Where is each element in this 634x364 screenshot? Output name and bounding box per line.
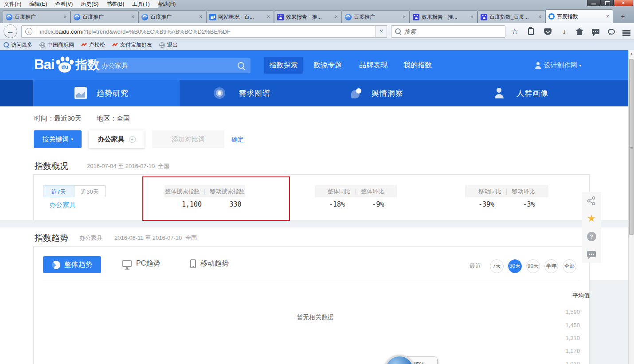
section-label: 需求图谱 — [239, 88, 270, 98]
feedback-button[interactable] — [582, 245, 601, 263]
url-clear-icon[interactable]: × — [376, 25, 387, 38]
tab-last-30-days[interactable]: 近30天 — [74, 185, 106, 197]
add-compare-word-box[interactable]: 添加对比词 — [152, 130, 224, 148]
section-demand-map[interactable]: 需求图谱 — [214, 80, 270, 106]
tab-baidu-index-search[interactable]: 百度指数_百度...× — [477, 10, 545, 23]
tab-close-icon[interactable]: × — [470, 14, 474, 20]
tab-close-icon[interactable]: × — [605, 13, 610, 20]
user-menu[interactable]: 设计制作网 ▾ — [535, 61, 581, 70]
tab-close-icon[interactable]: × — [334, 14, 339, 20]
tab-baidu-promo-2[interactable]: 百度推广× — [70, 10, 138, 23]
tab-baidu-index-active[interactable]: 百度指数× — [545, 9, 613, 23]
bookmark-trademark-site[interactable]: 中国商标网 — [39, 41, 74, 49]
nav-brand-performance[interactable]: 品牌表现 — [353, 57, 394, 74]
messenger-icon[interactable] — [606, 26, 617, 37]
tab-close-icon[interactable]: × — [198, 14, 203, 20]
index-search-box[interactable]: 办公家具 — [96, 58, 250, 73]
scroll-up-arrow[interactable]: ▲ — [629, 50, 634, 58]
bookmark-star-icon[interactable]: ☆ — [509, 26, 521, 37]
close-window-button[interactable]: × — [614, 0, 633, 6]
range-7d-button[interactable]: 7天 — [490, 259, 504, 273]
scrollbar-thumb[interactable] — [629, 59, 634, 235]
range-half-year-button[interactable]: 半年 — [544, 259, 558, 273]
paw-icon — [277, 14, 284, 20]
browser-search-input[interactable] — [404, 28, 501, 35]
baidu-index-icon — [548, 13, 555, 20]
keyword-chip[interactable]: 办公家具+ — [89, 130, 145, 148]
section-audience-profile[interactable]: 人群画像 — [493, 80, 548, 106]
menu-bookmarks[interactable]: 书签(B) — [102, 0, 128, 8]
tab-overall-trend[interactable]: 整体趋势 — [43, 256, 101, 273]
nav-data-topics[interactable]: 数说专题 — [307, 57, 348, 74]
tab-last-7-days[interactable]: 近7天 — [43, 185, 74, 197]
menu-help[interactable]: 帮助(H) — [154, 0, 180, 8]
bookmark-label: 中国商标网 — [47, 41, 74, 49]
pocket-icon[interactable] — [542, 26, 553, 37]
url-path: /?tpl=trend&word=%B0%EC%B9%AB%BC%D2%BE%D… — [82, 28, 231, 35]
menu-file[interactable]: 文件(F) — [0, 0, 25, 8]
url-domain: baidu.com — [55, 28, 82, 35]
confirm-button[interactable]: 确定 — [231, 136, 244, 144]
tab-baidu-promo-3[interactable]: 百度推广× — [138, 10, 206, 23]
tab-pc-trend[interactable]: PC趋势 — [122, 259, 160, 268]
globe-icon — [159, 42, 165, 48]
red-mark-icon — [112, 42, 118, 48]
keyword-mode-button[interactable]: 按关键词▾ — [34, 130, 82, 148]
share-button[interactable] — [582, 192, 601, 210]
tab-report-1[interactable]: 效果报告 - 推...× — [274, 10, 342, 23]
url-bar[interactable]: i index.baidu.com/?tpl=trend&word=%B0%EC… — [21, 25, 376, 38]
menu-hamburger-icon[interactable] — [621, 27, 632, 38]
nav-index-explore[interactable]: 指数探索 — [264, 57, 303, 74]
section-sentiment-insight[interactable]: 舆情洞察 — [351, 80, 403, 106]
mobile-search-index-label: 移动搜索指数 — [210, 188, 245, 195]
tab-baidu-promo-1[interactable]: 百度推广× — [3, 10, 70, 23]
search-icon[interactable] — [238, 62, 245, 70]
browser-search-bar[interactable] — [391, 25, 505, 38]
section-label: 人群画像 — [517, 88, 548, 98]
overview-card: 近7天 近30天 办公家具 整体搜索指数|移动搜索指数 1,100 330 整体… — [33, 174, 590, 220]
tab-close-icon[interactable]: × — [402, 14, 407, 20]
range-90d-button[interactable]: 90天 — [526, 259, 540, 273]
back-button[interactable]: ← — [4, 24, 17, 38]
nav-my-index[interactable]: 我的指数 — [397, 57, 438, 74]
tab-baidu-promo-4[interactable]: 百度推广× — [342, 10, 410, 23]
tab-close-icon[interactable]: × — [266, 14, 271, 20]
person-icon — [493, 87, 505, 99]
bookmark-lusongsong[interactable]: 卢松松 — [81, 41, 105, 49]
overall-mom-value: -9% — [363, 200, 394, 209]
divider: | — [355, 188, 356, 195]
bookmark-most-visited[interactable]: 访问最多 — [4, 41, 32, 49]
menu-view[interactable]: 查看(V) — [51, 0, 77, 8]
tab-close-icon[interactable]: × — [537, 14, 542, 20]
site-info-icon[interactable]: i — [25, 28, 32, 35]
house-icon — [576, 28, 583, 35]
menu-history[interactable]: 历史(S) — [77, 0, 102, 8]
tab-title: 网站概况 - 百... — [218, 13, 264, 21]
menu-tools[interactable]: 工具(T) — [128, 0, 153, 8]
tab-site-stats[interactable]: 网站概况 - 百...× — [206, 10, 274, 23]
bookmark-alipay[interactable]: 支付宝加好友 — [112, 41, 152, 49]
chat-icon[interactable] — [590, 26, 601, 37]
minimize-button[interactable] — [587, 0, 600, 6]
tab-close-icon[interactable]: × — [130, 14, 135, 20]
tab-close-icon[interactable]: × — [63, 14, 67, 20]
baidu-index-logo[interactable]: Bai du 指数 — [34, 56, 99, 74]
new-tab-button[interactable]: + — [617, 12, 629, 21]
range-30d-button[interactable]: 30天 — [508, 259, 522, 273]
section-trend-research[interactable]: 趋势研究 — [74, 80, 129, 106]
nav-left-strip — [0, 80, 33, 106]
range-all-button[interactable]: 全部 — [563, 259, 576, 273]
bookmark-logout[interactable]: 退出 — [159, 41, 178, 49]
favorite-button[interactable]: ★ — [582, 210, 601, 227]
home-icon[interactable] — [574, 26, 585, 37]
tab-mobile-trend[interactable]: 移动趋势 — [190, 259, 229, 268]
maximize-button[interactable] — [600, 0, 614, 6]
menu-edit[interactable]: 编辑(E) — [25, 0, 51, 8]
overall-compare-header: 整体同比|整体环比 — [315, 185, 397, 197]
vertical-scrollbar[interactable]: ▲ — [628, 50, 634, 364]
downloads-icon[interactable]: ↓ — [559, 26, 570, 37]
help-button[interactable]: ? — [582, 227, 601, 245]
add-circle-icon[interactable]: + — [129, 136, 136, 143]
reading-list-icon[interactable] — [525, 26, 536, 37]
tab-report-2[interactable]: 效果报告 - 推...× — [410, 10, 477, 23]
